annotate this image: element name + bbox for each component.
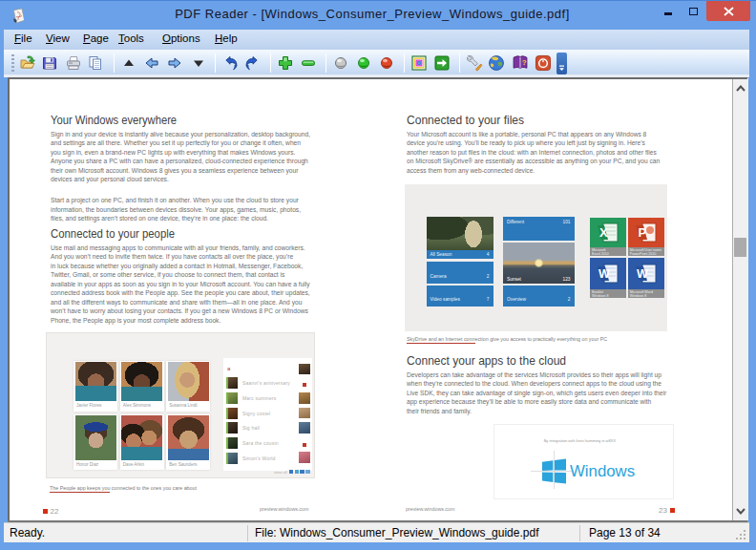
svg-text:P: P — [638, 225, 646, 240]
svg-text:?: ? — [522, 58, 527, 67]
svg-text:X: X — [599, 225, 608, 240]
svg-text:W: W — [598, 267, 610, 281]
svg-text:W: W — [637, 267, 648, 281]
